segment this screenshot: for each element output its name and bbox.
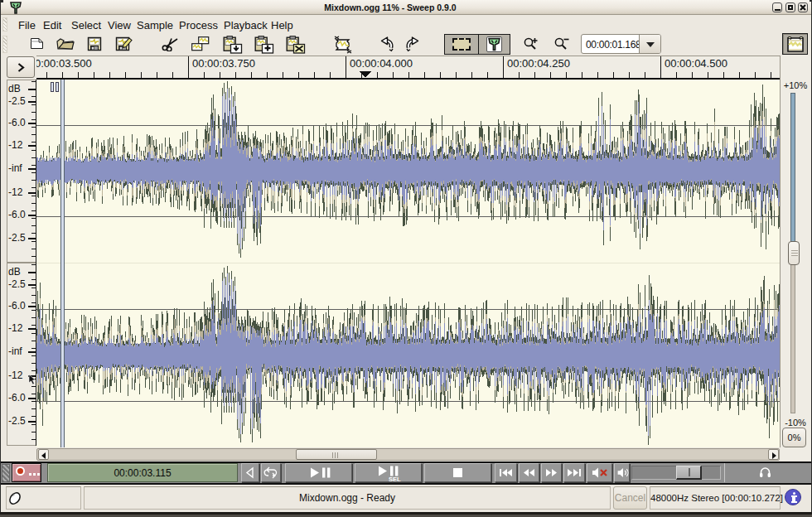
- svg-text:SEL: SEL: [389, 476, 401, 482]
- svg-text:00:00:03.750: 00:00:03.750: [192, 57, 255, 70]
- svg-text:00:00:04.500: 00:00:04.500: [665, 57, 727, 70]
- svg-text:0:00:03.500: 0:00:03.500: [36, 57, 92, 70]
- svg-text:00:00:04.000: 00:00:04.000: [350, 57, 413, 70]
- svg-text:00:00:04.250: 00:00:04.250: [507, 57, 570, 70]
